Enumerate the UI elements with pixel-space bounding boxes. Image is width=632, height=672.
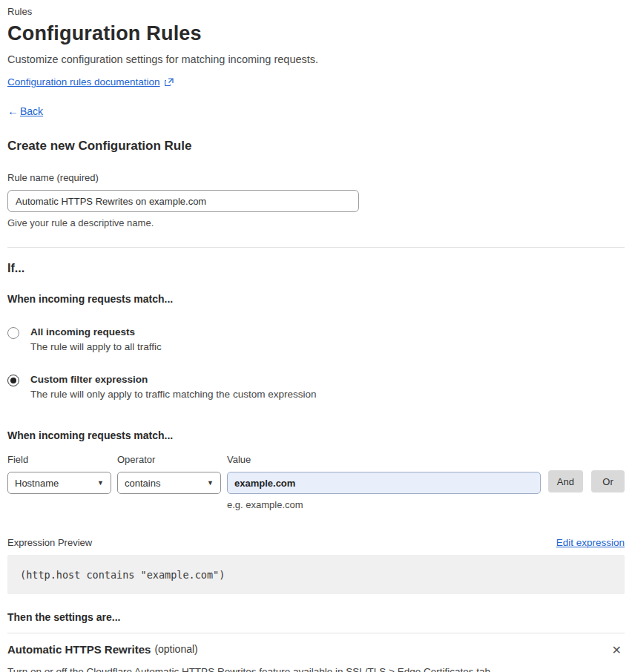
- operator-select-value: contains: [125, 478, 207, 489]
- create-rule-heading: Create new Configuration Rule: [7, 139, 625, 154]
- or-button[interactable]: Or: [591, 470, 625, 493]
- then-settings-heading: Then the settings are...: [7, 611, 625, 623]
- chevron-down-icon: ▼: [97, 479, 104, 487]
- radio-option-all-requests[interactable]: All incoming requests The rule will appl…: [7, 326, 625, 352]
- close-icon[interactable]: ✕: [609, 643, 625, 658]
- field-label: Field: [7, 454, 111, 465]
- value-label: Value: [227, 454, 541, 465]
- setting-card-automatic-https-rewrites: Automatic HTTPS Rewrites (optional) ✕ Tu…: [7, 633, 625, 672]
- configuration-rules-page: Rules Configuration Rules Customize conf…: [0, 0, 632, 672]
- back-row: ← Back: [7, 105, 625, 117]
- radio-unselected-icon[interactable]: [7, 327, 19, 339]
- breadcrumb: Rules: [7, 6, 625, 17]
- section-divider: [7, 247, 625, 248]
- value-helper: e.g. example.com: [227, 499, 541, 510]
- field-select-value: Hostname: [15, 478, 97, 489]
- external-link-icon: [165, 78, 174, 87]
- and-button[interactable]: And: [548, 470, 583, 493]
- rule-name-helper: Give your rule a descriptive name.: [7, 217, 625, 228]
- expression-preview-code: (http.host contains "example.com"): [7, 555, 625, 594]
- expression-preview-header: Expression Preview Edit expression: [7, 537, 625, 548]
- setting-title: Automatic HTTPS Rewrites: [7, 643, 151, 656]
- builder-heading: When incoming requests match...: [7, 429, 625, 441]
- rule-name-input[interactable]: [7, 190, 359, 212]
- value-input[interactable]: [227, 472, 541, 494]
- setting-description: Turn on or off the Cloudflare Automatic …: [7, 666, 625, 672]
- page-title: Configuration Rules: [7, 22, 625, 45]
- radio-custom-expression-description: The rule will only apply to traffic matc…: [30, 389, 316, 400]
- radio-selected-icon[interactable]: [7, 375, 19, 386]
- expression-preview-label: Expression Preview: [7, 537, 92, 548]
- rule-name-label: Rule name (required): [7, 172, 625, 183]
- expression-builder-row: Field Hostname ▼ Operator contains ▼ Val…: [7, 454, 625, 510]
- back-arrow-icon: ←: [7, 105, 19, 117]
- radio-all-requests-description: The rule will apply to all traffic: [30, 341, 162, 352]
- doc-link-row: Configuration rules documentation: [7, 76, 625, 88]
- edit-expression-link[interactable]: Edit expression: [556, 537, 625, 548]
- page-subtitle: Customize configuration settings for mat…: [7, 53, 625, 65]
- radio-option-custom-expression[interactable]: Custom filter expression The rule will o…: [7, 374, 625, 400]
- field-select[interactable]: Hostname ▼: [7, 472, 111, 494]
- documentation-link[interactable]: Configuration rules documentation: [7, 76, 160, 88]
- setting-optional-label: (optional): [154, 643, 197, 655]
- radio-all-requests-label[interactable]: All incoming requests: [30, 326, 162, 337]
- radio-custom-expression-label[interactable]: Custom filter expression: [30, 374, 316, 385]
- match-heading: When incoming requests match...: [7, 293, 625, 305]
- operator-label: Operator: [117, 454, 221, 465]
- operator-select[interactable]: contains ▼: [117, 472, 221, 494]
- if-heading: If...: [7, 262, 625, 275]
- back-link[interactable]: Back: [20, 105, 43, 117]
- chevron-down-icon: ▼: [207, 479, 214, 487]
